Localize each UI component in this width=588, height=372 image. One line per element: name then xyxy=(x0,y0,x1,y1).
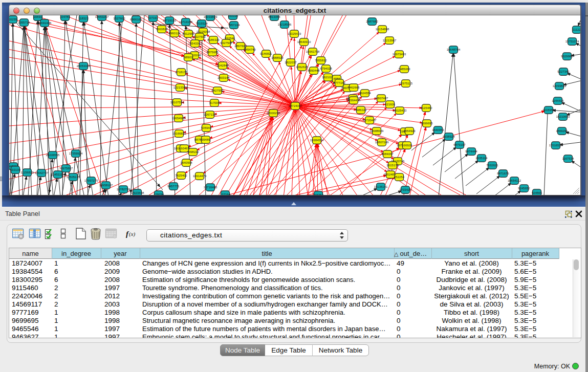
svg-text:9777169: 9777169 xyxy=(333,81,345,84)
svg-text:17957275: 17957275 xyxy=(84,179,98,182)
svg-text:1167534: 1167534 xyxy=(562,157,575,160)
svg-text:12505135: 12505135 xyxy=(67,176,80,179)
svg-text:12213309: 12213309 xyxy=(173,86,187,89)
svg-text:9329966: 9329966 xyxy=(561,55,573,58)
svg-text:9115460: 9115460 xyxy=(421,106,433,110)
svg-text:17016534: 17016534 xyxy=(549,144,563,147)
svg-text:118323: 118323 xyxy=(78,17,89,20)
svg-text:535944: 535944 xyxy=(201,126,212,129)
svg-text:6794028: 6794028 xyxy=(320,67,332,70)
svg-text:16033809: 16033809 xyxy=(204,15,217,18)
svg-text:15720407: 15720407 xyxy=(363,119,377,122)
svg-text:9084067: 9084067 xyxy=(381,152,394,156)
svg-text:252254: 252254 xyxy=(394,176,405,179)
svg-text:19166825: 19166825 xyxy=(172,132,186,135)
svg-text:8427552: 8427552 xyxy=(211,89,224,92)
svg-text:8990448: 8990448 xyxy=(308,69,320,72)
svg-text:160338: 160338 xyxy=(228,15,238,17)
svg-text:16914479: 16914479 xyxy=(193,174,207,178)
svg-text:166928: 166928 xyxy=(402,144,412,147)
svg-text:30975867: 30975867 xyxy=(59,167,73,170)
svg-text:9327503: 9327503 xyxy=(193,35,206,38)
svg-text:7955812: 7955812 xyxy=(315,59,327,62)
svg-text:9227342: 9227342 xyxy=(557,70,570,73)
svg-text:7485063: 7485063 xyxy=(398,68,410,71)
svg-text:2603144: 2603144 xyxy=(217,76,230,79)
svg-text:13716485: 13716485 xyxy=(204,186,217,189)
svg-text:18300295: 18300295 xyxy=(267,112,280,115)
svg-text:9146821: 9146821 xyxy=(260,52,272,55)
svg-text:(x): (x) xyxy=(129,231,136,237)
svg-text:10654112: 10654112 xyxy=(508,179,521,182)
svg-text:16961758: 16961758 xyxy=(306,50,320,53)
svg-text:6879197: 6879197 xyxy=(453,143,466,146)
svg-text:18640910: 18640910 xyxy=(297,40,311,43)
svg-text:10973493: 10973493 xyxy=(393,53,406,56)
svg-text:1362615: 1362615 xyxy=(296,65,308,69)
svg-text:1822037: 1822037 xyxy=(285,61,297,64)
svg-text:1527602: 1527602 xyxy=(113,17,125,20)
svg-text:621606: 621606 xyxy=(385,103,396,106)
svg-text:2935114: 2935114 xyxy=(476,157,488,160)
svg-text:3215955: 3215955 xyxy=(542,108,555,112)
svg-text:8454749: 8454749 xyxy=(244,48,256,51)
svg-text:7462666: 7462666 xyxy=(347,86,360,89)
svg-text:18107554: 18107554 xyxy=(170,101,184,104)
svg-text:7625402: 7625402 xyxy=(175,174,187,177)
svg-text:3624554: 3624554 xyxy=(359,92,371,95)
svg-text:9327508: 9327508 xyxy=(220,41,232,45)
svg-text:10688609: 10688609 xyxy=(370,129,384,133)
svg-text:20364436: 20364436 xyxy=(347,99,361,102)
svg-text:98901: 98901 xyxy=(184,56,193,59)
svg-text:1733426: 1733426 xyxy=(399,188,411,191)
svg-text:18807249: 18807249 xyxy=(375,141,389,144)
svg-text:9474444: 9474444 xyxy=(465,150,477,153)
svg-text:1640953: 1640953 xyxy=(432,128,444,132)
svg-text:11122: 11122 xyxy=(573,28,580,31)
svg-text:8960124: 8960124 xyxy=(168,32,181,35)
svg-text:12213967: 12213967 xyxy=(383,39,397,42)
svg-text:12975115: 12975115 xyxy=(399,82,413,85)
svg-text:1640994: 1640994 xyxy=(180,161,192,164)
svg-text:12923448: 12923448 xyxy=(130,191,144,194)
svg-text:16782759: 16782759 xyxy=(117,188,130,191)
svg-text:20053346: 20053346 xyxy=(77,64,91,68)
svg-text:10025433: 10025433 xyxy=(393,109,407,112)
svg-text:16154808: 16154808 xyxy=(376,28,389,31)
svg-text:7515524: 7515524 xyxy=(195,22,208,25)
svg-text:8186323: 8186323 xyxy=(207,38,220,41)
svg-text:2867608: 2867608 xyxy=(234,45,247,48)
svg-text:20255: 20255 xyxy=(9,18,17,21)
svg-text:16543362: 16543362 xyxy=(188,42,202,45)
svg-text:99489: 99489 xyxy=(202,138,210,141)
svg-text:20691: 20691 xyxy=(34,15,42,18)
svg-text:1569291: 1569291 xyxy=(556,129,568,133)
svg-text:107191: 107191 xyxy=(148,16,159,19)
svg-text:10958107: 10958107 xyxy=(99,184,113,187)
svg-text:3267130: 3267130 xyxy=(204,113,216,116)
svg-text:9245652: 9245652 xyxy=(518,187,530,190)
svg-text:924565: 924565 xyxy=(532,191,542,194)
svg-text:9457771: 9457771 xyxy=(167,185,180,188)
svg-text:2055714: 2055714 xyxy=(18,21,30,24)
svg-text:4498222: 4498222 xyxy=(187,150,199,154)
svg-text:1244415: 1244415 xyxy=(552,99,564,102)
svg-text:1615172: 1615172 xyxy=(386,164,399,167)
svg-text:7632621: 7632621 xyxy=(486,164,498,167)
svg-text:19218506: 19218506 xyxy=(278,23,292,26)
svg-text:8813054: 8813054 xyxy=(268,15,280,18)
svg-text:8938924: 8938924 xyxy=(443,135,455,138)
svg-text:20206555: 20206555 xyxy=(46,154,60,157)
svg-text:17359924: 17359924 xyxy=(69,152,83,155)
svg-text:15751074: 15751074 xyxy=(565,40,579,43)
svg-text:8912954: 8912954 xyxy=(182,32,194,35)
svg-text:1588520: 1588520 xyxy=(271,56,284,59)
svg-text:13325419: 13325419 xyxy=(288,32,301,35)
svg-text:193139: 193139 xyxy=(10,168,21,171)
svg-text:3875685: 3875685 xyxy=(206,51,219,54)
svg-text:15226058: 15226058 xyxy=(197,30,210,33)
svg-text:11156829: 11156829 xyxy=(20,171,34,174)
svg-text:19654985: 19654985 xyxy=(172,117,186,120)
svg-text:19384554: 19384554 xyxy=(310,139,324,142)
svg-text:18724007: 18724007 xyxy=(289,104,302,107)
